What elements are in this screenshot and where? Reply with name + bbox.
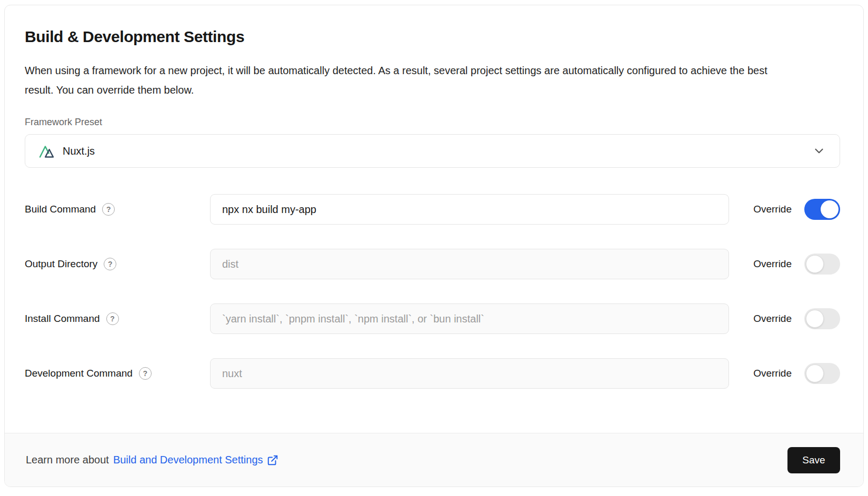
override-group: Override	[753, 363, 840, 384]
save-button[interactable]: Save	[787, 447, 840, 473]
row-label-col: Development Command ?	[25, 367, 210, 380]
chevron-down-icon	[812, 144, 826, 158]
card-footer: Learn more about Build and Development S…	[5, 433, 863, 487]
override-label: Override	[753, 368, 792, 379]
install-command-label: Install Command	[25, 312, 100, 326]
output-directory-label: Output Directory	[25, 257, 97, 271]
row-install-command: Install Command ? Override	[25, 303, 840, 334]
install-command-input[interactable]	[210, 303, 729, 334]
footer-link-label: Build and Development Settings	[113, 454, 263, 466]
toggle-knob	[806, 310, 824, 328]
framework-preset-label: Framework Preset	[25, 116, 840, 128]
build-settings-card: Build & Development Settings When using …	[4, 5, 864, 487]
page-title: Build & Development Settings	[25, 26, 840, 47]
help-icon[interactable]: ?	[104, 258, 116, 270]
row-label-col: Output Directory ?	[25, 257, 210, 271]
development-command-label: Development Command	[25, 367, 133, 380]
help-icon[interactable]: ?	[106, 312, 119, 325]
toggle-knob	[821, 200, 839, 218]
override-label: Override	[753, 258, 792, 270]
framework-preset-select[interactable]: Nuxt.js	[25, 134, 840, 168]
build-command-override-toggle[interactable]	[804, 199, 840, 220]
override-group: Override	[753, 199, 840, 220]
output-directory-input[interactable]	[210, 249, 729, 279]
build-command-input[interactable]	[210, 194, 729, 225]
settings-rows: Build Command ? Override Output Director…	[25, 194, 840, 389]
row-label-col: Build Command ?	[25, 203, 210, 216]
row-label-col: Install Command ?	[25, 312, 210, 326]
external-link-icon	[267, 454, 278, 466]
development-command-input[interactable]	[210, 358, 729, 389]
nuxt-logo-icon	[39, 144, 56, 158]
development-command-override-toggle[interactable]	[804, 363, 840, 384]
override-label: Override	[753, 313, 792, 325]
output-directory-override-toggle[interactable]	[804, 254, 840, 275]
build-command-label: Build Command	[25, 203, 96, 216]
row-build-command: Build Command ? Override	[25, 194, 840, 225]
toggle-knob	[806, 255, 824, 273]
override-label: Override	[753, 204, 792, 215]
footer-text: Learn more about Build and Development S…	[26, 454, 278, 466]
override-group: Override	[753, 254, 840, 275]
install-command-override-toggle[interactable]	[804, 308, 840, 329]
toggle-knob	[806, 365, 824, 382]
row-development-command: Development Command ? Override	[25, 358, 840, 389]
section-description: When using a framework for a new project…	[25, 61, 783, 100]
build-settings-docs-link[interactable]: Build and Development Settings	[113, 454, 278, 466]
page: Build & Development Settings When using …	[0, 5, 868, 496]
learn-more-text: Learn more about	[26, 454, 109, 466]
row-output-directory: Output Directory ? Override	[25, 249, 840, 279]
card-body: Build & Development Settings When using …	[5, 5, 863, 433]
framework-selected-value: Nuxt.js	[63, 145, 95, 157]
help-icon[interactable]: ?	[139, 367, 152, 380]
help-icon[interactable]: ?	[102, 203, 115, 216]
override-group: Override	[753, 308, 840, 329]
